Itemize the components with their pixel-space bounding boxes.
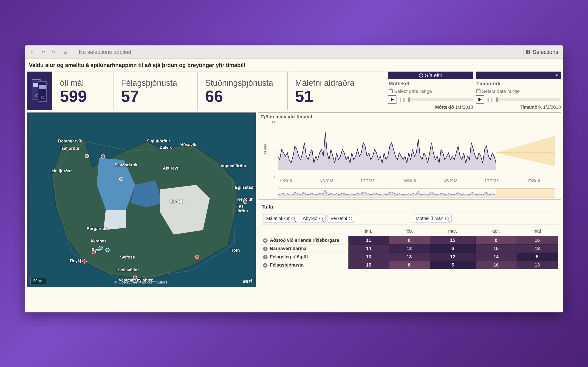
col-header[interactable]: maí: [517, 226, 558, 236]
map-marker[interactable]: [101, 154, 105, 158]
divider: [72, 48, 72, 57]
row-header[interactable]: +Barnaverndarmál: [261, 244, 348, 253]
data-cell[interactable]: 12: [389, 244, 430, 253]
chart-title: Fjöldi mála yfir tímabil: [258, 113, 561, 120]
kpi-title: Félagsþjónusta: [121, 78, 192, 88]
play-controls-deadline: ❚❚: [476, 95, 561, 104]
map-marker[interactable]: [82, 259, 86, 264]
date-range-deadline[interactable]: Select date range: [476, 88, 561, 94]
pause-button[interactable]: ❚❚: [399, 96, 406, 103]
map-marker[interactable]: [85, 154, 89, 158]
map-place-label: Húsavík: [180, 142, 196, 147]
time-slider[interactable]: [408, 98, 473, 101]
step-forward-button[interactable]: ↷: [50, 48, 58, 56]
map-marker[interactable]: [119, 177, 123, 181]
kpi-social-services[interactable]: Félagsþjónusta 57: [116, 72, 198, 110]
dashboard-window: ⌕ ↶ ↷ ⊘ No selections applied Selections…: [25, 45, 563, 312]
kpi-title: öll mál: [60, 78, 108, 88]
dimension-button[interactable]: Móttekið mán: [413, 214, 451, 223]
row-header[interactable]: +Aðstoð við erlenda ríkisborgara: [261, 236, 348, 244]
col-header[interactable]: feb.: [389, 226, 430, 236]
search-icon: [445, 217, 449, 220]
col-header[interactable]: jan.: [348, 226, 389, 236]
filter-label-received: Móttekið: [388, 80, 473, 87]
expand-icon[interactable]: +: [263, 247, 268, 251]
no-selection-label: No selections applied: [74, 49, 521, 55]
data-cell[interactable]: 8: [389, 261, 430, 269]
data-cell[interactable]: 13: [517, 244, 558, 253]
data-cell[interactable]: 6: [430, 244, 476, 253]
dimension-button[interactable]: Verkefni: [328, 214, 355, 223]
step-back-button[interactable]: ↶: [39, 48, 47, 56]
expand-icon[interactable]: +: [263, 255, 268, 259]
map-place-label: Siglufjörður: [147, 139, 170, 144]
svg-text:6: 6: [274, 147, 276, 151]
data-cell[interactable]: 11: [348, 236, 389, 244]
data-grid[interactable]: jan.feb.mar.apr.maí+Aðstoð við erlenda r…: [258, 226, 561, 287]
data-cell[interactable]: 13: [389, 253, 430, 261]
col-header[interactable]: apr.: [476, 226, 517, 236]
data-cell[interactable]: 8: [476, 236, 517, 244]
chevron-down-icon: [433, 90, 436, 92]
data-cell[interactable]: 8: [389, 236, 430, 244]
expand-icon[interactable]: +: [263, 263, 268, 268]
play-button[interactable]: [388, 95, 397, 104]
row-header[interactable]: +Félagsleg ráðgjöf: [261, 253, 348, 261]
map-place-label: Fás jörður: [236, 204, 256, 214]
selections-label[interactable]: Selections: [533, 49, 558, 55]
divider: [523, 48, 524, 57]
data-cell[interactable]: 12: [430, 253, 476, 261]
data-cell[interactable]: 15: [348, 261, 389, 269]
main-content-row: BolungarvíkÍsafjörðureksfjörðurSiglufjör…: [25, 112, 563, 290]
kpi-support-services[interactable]: Stuðningsþjónusta 66: [200, 72, 288, 110]
map-marker[interactable]: [133, 275, 137, 280]
data-cell[interactable]: 16: [517, 236, 558, 244]
data-cell[interactable]: 16: [476, 261, 517, 269]
search-icon: [319, 217, 323, 220]
data-cell[interactable]: 15: [430, 236, 476, 244]
smart-search-button[interactable]: ⌕: [27, 48, 36, 56]
map-marker[interactable]: [92, 250, 96, 254]
data-cell[interactable]: 13: [517, 261, 558, 269]
expand-icon[interactable]: +: [263, 238, 268, 243]
kpi-title: Málefni aldraðra: [295, 78, 380, 88]
time-slider[interactable]: [496, 98, 561, 101]
svg-text:-2: -2: [272, 175, 276, 178]
kpi-value: 57: [121, 88, 192, 104]
row-header[interactable]: +Félagsþjónusta: [261, 261, 348, 269]
map-marker[interactable]: [99, 246, 103, 250]
data-cell[interactable]: 13: [348, 253, 389, 261]
map-marker[interactable]: [243, 200, 247, 204]
map-marker[interactable]: [195, 255, 199, 259]
clear-selections-button[interactable]: ⊘: [61, 48, 69, 56]
chevron-down-icon: [555, 75, 558, 76]
map-place-label: Selfoss: [120, 255, 135, 260]
dimension-button[interactable]: Málaflokkur: [263, 214, 298, 223]
map-place-label: Hvolsvöllur: [116, 268, 139, 273]
timeseries-chart[interactable]: Fjöldi mála yfir tímabil -2614öll mál1/1…: [258, 112, 561, 200]
pause-button[interactable]: ❚❚: [486, 96, 493, 103]
data-cell[interactable]: 14: [476, 253, 517, 261]
play-controls-received: ❚❚: [388, 95, 473, 104]
date-range-received[interactable]: Select date range: [388, 88, 473, 94]
play-button[interactable]: [476, 95, 484, 104]
kpi-title: Stuðningsþjónusta: [205, 78, 282, 88]
kpi-row: öll mál 599 Félagsþjónusta 57 Stuðningsþ…: [25, 72, 563, 112]
kpi-all-cases[interactable]: öll mál 599: [55, 72, 113, 110]
data-cell[interactable]: 5: [430, 261, 476, 269]
data-cell[interactable]: 15: [476, 244, 517, 253]
filter-header-right[interactable]: [476, 72, 561, 79]
calendar-icon: [476, 89, 481, 93]
dimension-button[interactable]: Ábyrgð: [300, 214, 326, 223]
svg-text:1/3/2018: 1/3/2018: [361, 179, 375, 183]
map-place-label: Vopnafjörður: [221, 164, 246, 168]
data-cell[interactable]: 5: [517, 253, 558, 261]
map[interactable]: BolungarvíkÍsafjörðureksfjörðurSiglufjör…: [27, 112, 256, 287]
col-header[interactable]: mar.: [430, 226, 476, 236]
selections-tool-icon[interactable]: [526, 50, 530, 54]
data-cell[interactable]: 14: [348, 244, 389, 253]
kpi-elderly-affairs[interactable]: Málefni aldraðra 51: [290, 72, 386, 110]
map-marker[interactable]: [105, 248, 110, 252]
map-place-label: Akranes: [90, 239, 107, 244]
filter-header-left[interactable]: i Sía eftir: [388, 72, 473, 79]
